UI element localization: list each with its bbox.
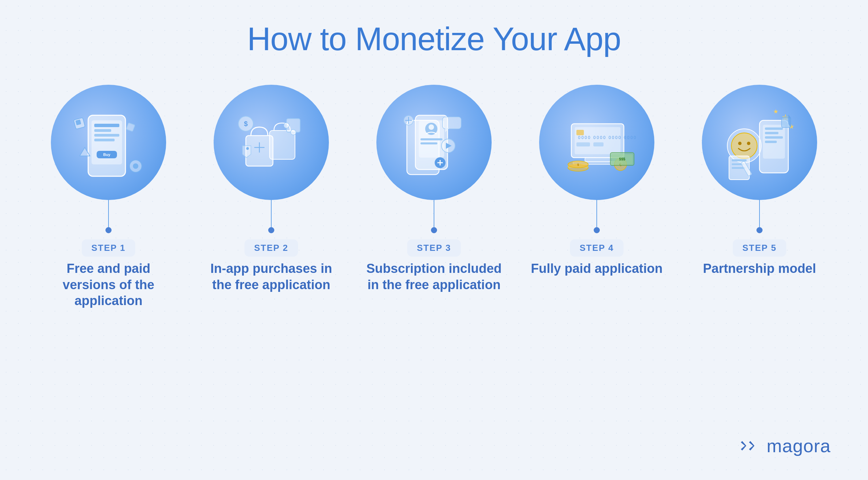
svg-rect-17 [270, 131, 295, 159]
step-5-description: Partnership model [703, 261, 816, 277]
step-4-description: Fully paid application [531, 261, 663, 277]
svg-point-28 [429, 124, 434, 130]
step-2-label: STEP 2 [254, 243, 288, 253]
svg-text:★: ★ [773, 108, 778, 115]
step-1-label: STEP 1 [91, 243, 125, 253]
credit-card-icon: 0000 0000 0000 0000 $ € [553, 98, 641, 186]
svg-point-65 [731, 133, 757, 159]
step-2: $ STEP 2 In-app purchases in the free ap… [190, 85, 353, 293]
step-2-connector [271, 200, 272, 227]
step-2-dot [268, 227, 274, 233]
step-3-dot [431, 227, 437, 233]
step-4: 0000 0000 0000 0000 $ € [515, 85, 678, 277]
svg-point-67 [747, 142, 750, 145]
svg-text:$: $ [577, 163, 579, 166]
svg-rect-47 [585, 158, 610, 162]
svg-point-11 [133, 163, 138, 169]
svg-point-66 [738, 142, 742, 145]
svg-rect-62 [765, 136, 783, 139]
step-4-illustration: 0000 0000 0000 0000 $ € [539, 85, 654, 200]
step-4-dot [594, 227, 600, 233]
svg-rect-2 [94, 124, 119, 127]
step-1: Buy STEP 1 Free and paid versions of the… [27, 85, 190, 309]
svg-text:$: $ [244, 120, 248, 127]
step-4-connector [596, 200, 597, 227]
step-5-label: STEP 5 [742, 243, 776, 253]
svg-rect-3 [94, 129, 111, 132]
step-5: ★ ★ ★ STEP 5 [678, 85, 841, 277]
svg-rect-12 [126, 123, 135, 132]
step-5-label-box: STEP 5 [733, 239, 786, 257]
svg-rect-4 [94, 134, 119, 137]
step-5-dot [756, 227, 763, 233]
step-5-connector [759, 200, 760, 227]
svg-text:0000 0000 0000 0000: 0000 0000 0000 0000 [578, 135, 637, 140]
svg-rect-63 [765, 141, 777, 143]
partnership-icon: ★ ★ ★ [715, 98, 804, 186]
shopping-bags-icon: $ [227, 98, 315, 186]
svg-point-21 [284, 123, 289, 128]
phone-app-icon: Buy [64, 98, 153, 186]
svg-rect-61 [765, 132, 778, 134]
svg-point-23 [246, 147, 249, 150]
step-1-dot [105, 227, 112, 233]
svg-rect-60 [765, 127, 783, 130]
svg-text:Buy: Buy [103, 153, 111, 157]
svg-text:$$$: $$$ [619, 157, 625, 161]
step-2-label-box: STEP 2 [244, 239, 298, 257]
svg-rect-5 [94, 139, 115, 141]
step-5-illustration: ★ ★ ★ [702, 85, 817, 200]
page-title: How to Monetize Your App [247, 20, 621, 58]
step-3-description: Subscription included in the free applic… [366, 261, 502, 293]
step-3: STEP 3 Subscription included in the free… [353, 85, 515, 293]
svg-rect-75 [732, 159, 747, 161]
svg-rect-45 [593, 142, 604, 146]
step-1-label-box: STEP 1 [82, 239, 135, 257]
step-2-illustration: $ [214, 85, 329, 200]
svg-rect-46 [576, 130, 584, 135]
step-4-label: STEP 4 [579, 243, 614, 253]
steps-row: Buy STEP 1 Free and paid versions of the… [27, 85, 841, 460]
svg-rect-36 [442, 117, 461, 129]
svg-rect-29 [420, 138, 442, 140]
step-1-description: Free and paid versions of the applicatio… [41, 261, 176, 309]
step-3-label-box: STEP 3 [407, 239, 460, 257]
subscription-phone-icon [390, 98, 478, 186]
step-1-connector [108, 200, 109, 227]
svg-rect-44 [576, 142, 590, 146]
step-3-connector [434, 200, 434, 227]
step-1-illustration: Buy [51, 85, 166, 200]
svg-point-22 [291, 129, 296, 135]
step-4-label-box: STEP 4 [570, 239, 623, 257]
step-2-description: In-app purchases in the free application [203, 261, 339, 293]
step-3-illustration [376, 85, 492, 200]
page-wrapper: How to Monetize Your App Buy [0, 0, 868, 480]
step-3-label: STEP 3 [417, 243, 451, 253]
svg-rect-30 [420, 142, 437, 144]
